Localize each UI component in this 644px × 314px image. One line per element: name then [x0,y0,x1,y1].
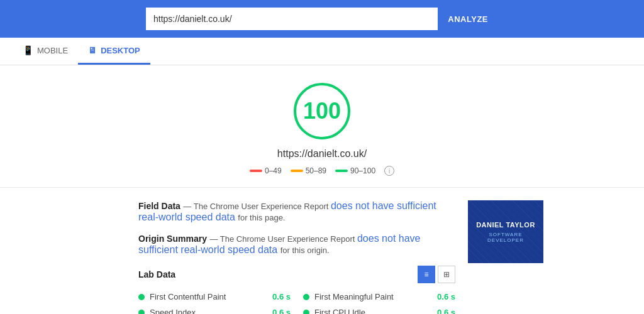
metric-speed-index: Speed Index 0.6 s [138,308,291,314]
tab-mobile[interactable]: 📱 MOBILE [13,38,78,65]
lab-controls: ≡ ⊞ [418,266,455,283]
search-input[interactable] [146,8,438,30]
lab-data-title: Lab Data [138,269,175,279]
metric-dot-fcp [138,294,145,300]
mobile-icon: 📱 [23,45,33,55]
metric-dot-fmp [303,294,309,300]
legend-red-dot [250,170,262,172]
profile-name: DANIEL TAYLOR [476,220,535,229]
field-data-desc-suffix: for this page. [238,213,285,222]
metric-name-fmp: First Meaningful Paint [314,292,432,301]
metric-dot-fci [303,310,309,315]
lab-data-section: Lab Data ≡ ⊞ First Contentful Paint 0.6 … [138,266,455,314]
metric-first-contentful-paint: First Contentful Paint 0.6 s [138,292,291,301]
profile-title: SOFTWARE DEVELOPER [474,232,537,243]
legend-0-49-label: 0–49 [265,166,282,175]
desktop-icon: 🖥 [88,45,97,55]
origin-summary-desc-prefix: — The Chrome User Experience Report [209,234,357,244]
lab-list-view-button[interactable]: ≡ [418,266,435,283]
score-section: 100 https://danielt.co.uk/ 0–49 50–89 90… [0,65,644,187]
field-data-desc-prefix: — The Chrome User Experience Report [183,202,331,211]
score-value: 100 [303,98,341,124]
content-right: DANIEL TAYLOR SOFTWARE DEVELOPER [468,200,543,314]
score-circle: 100 [294,83,350,139]
tab-mobile-label: MOBILE [37,46,68,55]
field-data-title: Field Data [138,201,180,211]
tab-desktop-label: DESKTOP [101,46,140,55]
metric-value-fcp: 0.6 s [272,292,291,301]
analyze-button[interactable]: ANALYZE [438,8,498,30]
legend-50-89-label: 50–89 [306,166,326,175]
metrics-grid: First Contentful Paint 0.6 s First Meani… [138,292,455,314]
metric-first-cpu-idle: First CPU Idle 0.6 s [303,308,455,314]
origin-summary-section: Origin Summary — The Chrome User Experie… [138,233,455,256]
metric-value-fci: 0.6 s [437,308,455,314]
tab-desktop[interactable]: 🖥 DESKTOP [78,38,150,65]
legend-green-dot [335,170,348,172]
origin-summary-title: Origin Summary [138,234,207,244]
metric-first-meaningful-paint: First Meaningful Paint 0.6 s [303,292,455,301]
content-left: Field Data — The Chrome User Experience … [138,200,455,314]
origin-summary-desc-suffix: for this origin. [280,246,330,255]
profile-card: DANIEL TAYLOR SOFTWARE DEVELOPER [468,200,543,263]
score-legend: 0–49 50–89 90–100 i [250,166,394,176]
metric-value-fmp: 0.6 s [437,292,455,301]
legend-orange-dot [291,170,303,172]
legend-0-49: 0–49 [250,166,282,175]
metric-dot-si [138,310,145,315]
legend-info-icon[interactable]: i [384,166,394,176]
tabs-bar: 📱 MOBILE 🖥 DESKTOP [0,38,644,65]
legend-90-100: 90–100 [335,166,375,175]
field-data-section: Field Data — The Chrome User Experience … [138,200,455,223]
lab-grid-view-button[interactable]: ⊞ [438,266,455,283]
metric-name-si: Speed Index [150,308,267,314]
metric-value-si: 0.6 s [272,308,291,314]
score-url: https://danielt.co.uk/ [277,148,367,160]
header: ANALYZE [0,0,644,38]
legend-90-100-label: 90–100 [350,166,375,175]
metric-name-fci: First CPU Idle [314,308,432,314]
search-bar: ANALYZE [146,8,498,30]
legend-50-89: 50–89 [291,166,326,175]
metric-name-fcp: First Contentful Paint [150,292,267,301]
lab-header: Lab Data ≡ ⊞ [138,266,455,283]
main-content: Field Data — The Chrome User Experience … [0,187,644,314]
